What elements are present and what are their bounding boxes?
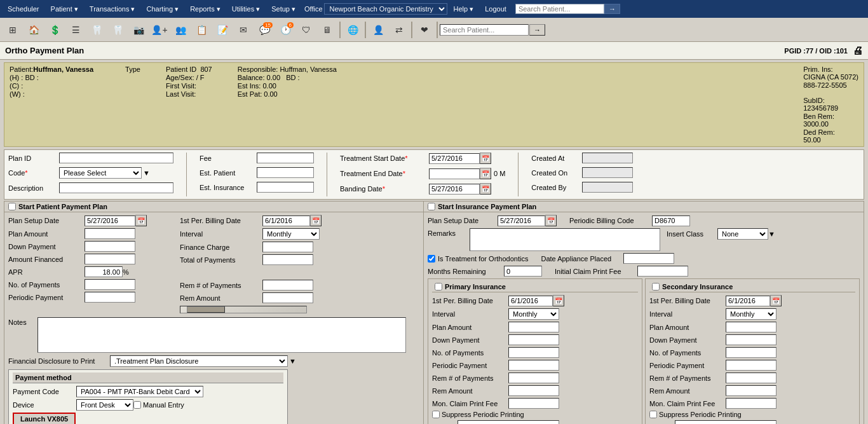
sec-interval-select[interactable]: Monthly — [726, 308, 776, 320]
patient-name[interactable]: Huffman, Vanessa — [33, 65, 93, 73]
total-payments-input[interactable] — [262, 254, 313, 265]
rem-no-payments-input[interactable] — [262, 280, 313, 291]
no-payments-input[interactable] — [85, 279, 135, 290]
plan-setup-cal-btn[interactable]: 📅 — [135, 215, 147, 226]
is-treatment-checkbox[interactable] — [428, 255, 435, 263]
person2-icon-btn[interactable]: 👤 — [368, 20, 388, 39]
financial-disclosure-select[interactable]: .Treatment Plan Disclosure — [110, 355, 288, 367]
transfer-icon-btn[interactable]: ⇄ — [389, 20, 409, 39]
pri-suppress-checkbox[interactable] — [432, 411, 440, 418]
nav-reports[interactable]: Reports ▾ — [185, 4, 226, 15]
shield-icon-btn[interactable]: 🛡 — [296, 20, 316, 39]
persons-icon-btn[interactable]: 👥 — [170, 20, 191, 39]
search-go-button[interactable]: → — [604, 4, 620, 14]
interval-select[interactable]: Monthly — [262, 228, 320, 240]
periodic-payment-input[interactable] — [85, 292, 135, 303]
insert-class-select[interactable]: None — [717, 228, 768, 240]
chat-icon-btn[interactable]: 💬15 — [254, 20, 275, 39]
home-icon-btn[interactable]: 🏠 — [24, 20, 44, 39]
dollar-icon-btn[interactable]: 💲 — [44, 20, 65, 39]
pri-rem-amount-input[interactable] — [508, 385, 559, 396]
secondary-ins-checkbox[interactable] — [652, 283, 660, 291]
apr-input[interactable] — [85, 266, 123, 277]
sec-periodic-payment-input[interactable] — [726, 360, 776, 371]
finance-charge-input[interactable] — [262, 242, 313, 252]
date-appliance-input[interactable] — [623, 253, 674, 264]
start-patient-plan-checkbox[interactable] — [8, 203, 16, 210]
tooth1-icon-btn[interactable]: 🦷 — [86, 20, 107, 39]
ins-plan-setup-input[interactable] — [498, 215, 545, 226]
plan-amount-input[interactable] — [85, 228, 135, 239]
launch-vx805-btn[interactable]: Launch VX805 — [13, 413, 76, 424]
pri-per-billing-cal-btn[interactable]: 📅 — [553, 295, 564, 306]
pri-down-payment-input[interactable] — [508, 334, 559, 345]
grid-icon-btn[interactable]: ⊞ — [3, 20, 23, 39]
heart-icon-btn[interactable]: ❤ — [414, 20, 435, 39]
toolbar-search-input[interactable] — [440, 24, 529, 36]
pri-per-billing-input[interactable] — [508, 296, 553, 306]
sec-notes-textarea[interactable] — [675, 420, 776, 424]
treatment-end-cal-btn[interactable]: 📅 — [480, 168, 491, 179]
plan-setup-date-input[interactable] — [85, 215, 135, 226]
est-insurance-input[interactable] — [257, 182, 314, 193]
ins-plan-setup-cal-btn[interactable]: 📅 — [545, 215, 557, 226]
pri-no-payments-input[interactable] — [508, 347, 559, 358]
payment-code-select[interactable]: PA004 - PMT PAT-Bank Debit Card — [76, 386, 203, 397]
nav-patient[interactable]: Patient ▾ — [46, 4, 83, 15]
down-payment-input[interactable] — [85, 241, 135, 252]
toolbar-search-go[interactable]: → — [529, 24, 545, 36]
list-icon-btn[interactable]: ☰ — [65, 20, 86, 39]
code-select[interactable]: Please Select — [59, 167, 142, 179]
print-icon[interactable]: 🖨 — [853, 45, 863, 57]
sec-no-payments-input[interactable] — [726, 347, 776, 358]
monitor-icon-btn[interactable]: 🖥 — [317, 20, 337, 39]
start-insurance-plan-checkbox[interactable] — [428, 203, 435, 210]
treatment-start-cal-btn[interactable]: 📅 — [480, 153, 491, 164]
sec-per-billing-input[interactable] — [726, 296, 770, 306]
tooth2-icon-btn[interactable]: 🦷 — [107, 20, 128, 39]
amount-financed-input[interactable] — [85, 254, 135, 264]
note-icon-btn[interactable]: 📝 — [212, 20, 233, 39]
periodic-billing-code-input[interactable] — [652, 215, 690, 226]
office-select[interactable]: Newport Beach Organic Dentistry — [324, 3, 447, 15]
pri-mon-claim-input[interactable] — [508, 398, 559, 409]
sec-suppress-checkbox[interactable] — [649, 411, 657, 418]
sec-plan-amount-input[interactable] — [726, 322, 776, 332]
sec-down-payment-input[interactable] — [726, 334, 776, 345]
pri-periodic-payment-input[interactable] — [508, 360, 559, 371]
sec-per-billing-cal-btn[interactable]: 📅 — [770, 295, 782, 306]
nav-scheduler[interactable]: Scheduler — [3, 4, 44, 14]
nav-setup[interactable]: Setup ▾ — [266, 4, 301, 15]
camera-icon-btn[interactable]: 📷 — [128, 20, 149, 39]
mail-icon-btn[interactable]: ✉ — [233, 20, 254, 39]
sec-rem-no-payments-input[interactable] — [726, 373, 776, 383]
treatment-start-input[interactable] — [429, 153, 480, 164]
banding-date-input[interactable] — [429, 184, 480, 195]
nav-utilities[interactable]: Utilities ▾ — [227, 4, 266, 15]
per-billing-cal-btn[interactable]: 📅 — [310, 215, 322, 226]
fee-input[interactable] — [257, 153, 314, 163]
sec-rem-amount-input[interactable] — [726, 385, 776, 396]
pri-interval-select[interactable]: Monthly — [508, 308, 559, 320]
manual-entry-checkbox[interactable] — [133, 401, 141, 409]
forms-icon-btn[interactable]: 📋 — [191, 20, 212, 39]
scroll-thumb-1[interactable] — [187, 306, 225, 313]
notes-textarea[interactable] — [37, 317, 406, 353]
nav-transactions[interactable]: Transactions ▾ — [85, 4, 140, 15]
primary-ins-checkbox[interactable] — [435, 283, 442, 291]
pri-plan-amount-input[interactable] — [508, 322, 559, 332]
est-patient-input[interactable] — [257, 167, 314, 178]
globe-icon-btn[interactable]: 🌐 — [342, 20, 363, 39]
banding-date-cal-btn[interactable]: 📅 — [480, 183, 491, 195]
description-input[interactable] — [59, 182, 173, 193]
pri-rem-no-payments-input[interactable] — [508, 373, 559, 383]
pri-notes-textarea[interactable] — [458, 420, 559, 424]
per-billing-date-input[interactable] — [262, 215, 310, 226]
nav-help[interactable]: Help ▾ — [449, 4, 479, 15]
remarks-textarea[interactable] — [470, 228, 660, 251]
treatment-end-input[interactable] — [429, 168, 480, 179]
device-select[interactable]: Front Desk — [76, 399, 133, 411]
scroll-bar-1[interactable] — [180, 306, 307, 313]
plan-id-input[interactable] — [59, 153, 173, 163]
months-remaining-input[interactable] — [504, 266, 542, 277]
